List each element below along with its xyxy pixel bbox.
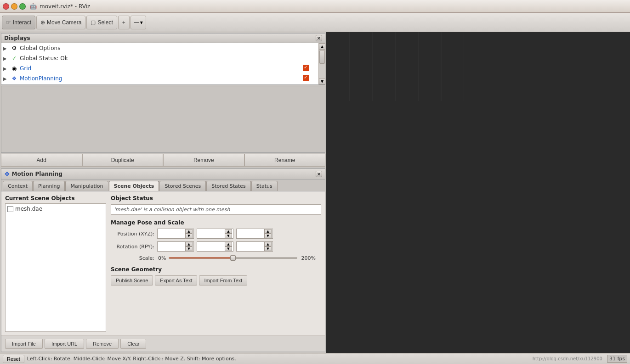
position-x-field[interactable]: 0.00 (158, 230, 185, 237)
rotation-p-arrows: ▲ ▼ (225, 242, 232, 251)
add-tool-button[interactable]: + (118, 16, 130, 29)
rename-button[interactable]: Rename (244, 154, 326, 167)
publish-scene-button[interactable]: Publish Scene (111, 275, 153, 286)
close-button[interactable] (3, 3, 9, 10)
tab-content-scene-objects: Current Scene Objects mesh.dae Object St… (1, 191, 325, 336)
reset-button[interactable]: Reset (3, 355, 24, 363)
move-camera-label: Move Camera (47, 19, 81, 26)
rotation-r-down[interactable]: ▼ (185, 246, 193, 251)
rotation-p-up[interactable]: ▲ (225, 242, 232, 246)
minimize-button[interactable] (11, 3, 17, 10)
object-details-column: Object Status 'mesh.dae' is a collision … (111, 195, 321, 332)
import-from-text-button[interactable]: Import From Text (199, 275, 247, 286)
rotation-y-up[interactable]: ▲ (264, 242, 272, 246)
position-z-field[interactable]: 0.00 (237, 230, 264, 237)
hand-icon: ☞ (6, 19, 11, 26)
rotation-y-input[interactable]: -3.14 ▲ ▼ (236, 241, 273, 252)
position-x-arrows: ▲ ▼ (185, 229, 193, 238)
rotation-y-down[interactable]: ▼ (264, 246, 272, 251)
tab-stored-states[interactable]: Stored States (206, 181, 250, 191)
displays-inner: ▶ ⚙ Global Options ▶ ✓ Global Status: Ok (1, 43, 325, 84)
expand-arrow: ▶ (3, 66, 9, 71)
clear-button[interactable]: Clear (120, 339, 146, 349)
tree-label: Global Options (20, 45, 60, 51)
position-z-arrows: ▲ ▼ (264, 229, 272, 238)
displays-scrollbar[interactable]: ▲ ▼ (318, 43, 325, 84)
select-icon: ▢ (91, 19, 96, 26)
scroll-up-button[interactable]: ▲ (319, 43, 325, 50)
position-y-up[interactable]: ▲ (225, 229, 232, 234)
motion-planning-panel: ❖ Motion Planning ✕ Context Planning Man… (1, 168, 325, 352)
app-icon: 🤖 (29, 3, 37, 10)
scroll-down-button[interactable]: ▼ (319, 78, 325, 84)
rotation-p-input[interactable]: 3.14 ▲ ▼ (197, 241, 233, 252)
add-button[interactable]: Add (1, 154, 82, 167)
toolbar: ☞ Interact ⊕ Move Camera ▢ Select + — ▾ (0, 13, 630, 32)
rotation-y-arrows: ▲ ▼ (264, 242, 272, 251)
motion-planning-icon: ❖ (11, 75, 18, 82)
tab-planning[interactable]: Planning (33, 181, 65, 191)
position-z-down[interactable]: ▼ (264, 234, 272, 238)
select-button[interactable]: ▢ Select (86, 16, 117, 29)
rotation-p-down[interactable]: ▼ (225, 246, 232, 251)
interact-button[interactable]: ☞ Interact (2, 16, 35, 29)
tab-manipulation[interactable]: Manipulation (65, 181, 108, 191)
tab-scene-objects[interactable]: Scene Objects (109, 181, 159, 191)
motion-planning-checkbox[interactable] (303, 75, 309, 83)
position-x-input[interactable]: 0.00 ▲ ▼ (157, 229, 194, 239)
maximize-button[interactable] (19, 3, 26, 10)
rotation-label: Rotation (RPY): (111, 244, 154, 250)
position-y-down[interactable]: ▼ (225, 234, 232, 238)
tab-planning-label: Planning (38, 183, 60, 189)
remove-button[interactable]: Remove (163, 154, 244, 167)
tree-label-grid: Grid (20, 65, 31, 72)
displays-panel-title: Displays (4, 35, 30, 41)
displays-close-button[interactable]: ✕ (316, 35, 322, 41)
motion-panel-header: ❖ Motion Planning ✕ (1, 169, 325, 179)
tab-scene-objects-label: Scene Objects (114, 183, 154, 189)
object-status-value: 'mesh.dae' is a collision object with on… (111, 204, 321, 215)
tab-context-label: Context (8, 183, 28, 189)
rotation-p-field[interactable]: 3.14 (197, 243, 225, 250)
object-item-mesh[interactable]: mesh.dae (6, 204, 106, 214)
rotation-r-input[interactable]: 2.14 ▲ ▼ (157, 241, 194, 252)
status-url: http://blog.csdn.net/xu112900 (533, 356, 602, 361)
position-z-up[interactable]: ▲ (264, 229, 272, 234)
rotation-r-field[interactable]: 2.14 (158, 243, 185, 250)
tree-item-motion-planning[interactable]: ▶ ❖ MotionPlanning (1, 73, 318, 84)
scroll-thumb[interactable] (319, 50, 325, 64)
tab-context[interactable]: Context (3, 181, 33, 191)
remove-object-button[interactable]: Remove (86, 339, 119, 349)
import-file-button[interactable]: Import File (5, 339, 43, 349)
position-x-up[interactable]: ▲ (185, 229, 193, 234)
tree-item-global-options[interactable]: ▶ ⚙ Global Options (1, 43, 318, 53)
move-camera-button[interactable]: ⊕ Move Camera (36, 16, 85, 29)
duplicate-button[interactable]: Duplicate (82, 154, 164, 167)
scroll-track (319, 50, 325, 78)
position-y-field[interactable]: -1.00 (197, 230, 225, 237)
grid-checkbox[interactable] (303, 65, 309, 73)
displays-panel: Displays ✕ ▶ ⚙ Global Options ▶ (1, 33, 325, 85)
position-label: Position (XYZ): (111, 231, 154, 237)
mesh-label: mesh.dae (15, 206, 42, 212)
scale-thumb[interactable] (230, 255, 236, 261)
tab-stored-scenes[interactable]: Stored Scenes (159, 181, 206, 191)
import-url-button[interactable]: Import URL (45, 339, 84, 349)
viewport[interactable] (326, 32, 630, 353)
toolbar-dropdown[interactable]: — ▾ (131, 16, 146, 29)
tree-item-global-status[interactable]: ▶ ✓ Global Status: Ok (1, 53, 318, 63)
tree-item-grid[interactable]: ▶ ◉ Grid (1, 63, 318, 73)
position-y-input[interactable]: -1.00 ▲ ▼ (197, 229, 233, 239)
tab-status[interactable]: Status (251, 181, 278, 191)
pose-section: Manage Pose and Scale Position (XYZ): 0.… (111, 219, 321, 262)
rotation-y-field[interactable]: -3.14 (237, 243, 264, 250)
mesh-checkbox[interactable] (7, 206, 13, 212)
rotation-r-up[interactable]: ▲ (185, 242, 193, 246)
statusbar: Reset Left-Click: Rotate. Middle-Click: … (0, 353, 630, 364)
position-y-arrows: ▲ ▼ (225, 229, 232, 238)
motion-panel-close-button[interactable]: ✕ (316, 171, 322, 177)
interact-label: Interact (13, 19, 31, 26)
export-as-text-button[interactable]: Export As Text (155, 275, 197, 286)
position-z-input[interactable]: 0.00 ▲ ▼ (236, 229, 273, 239)
position-x-down[interactable]: ▼ (185, 234, 193, 238)
